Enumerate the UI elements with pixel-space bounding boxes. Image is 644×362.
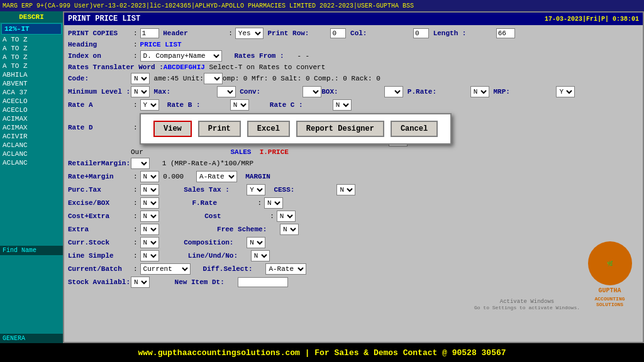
select-t-text: Select-T on Rates to convert [209, 63, 325, 71]
logo-company: GUPTHA [598, 287, 621, 294]
sidebar-item-0[interactable]: A TO Z [0, 35, 63, 44]
dialog-body: PRINT COPIES : Header : YesNo Print Row:… [64, 25, 643, 342]
prate-label: P.Rate: [408, 88, 470, 96]
sidebar-item-4[interactable]: ABHILA [0, 70, 63, 79]
excel-button[interactable]: Excel [247, 121, 290, 137]
rate-abc-row: Rate A : Y Rate B : N Rate C : N [68, 99, 639, 111]
max-select[interactable] [217, 86, 236, 97]
code-select[interactable]: NY [131, 73, 150, 84]
heading-label: Heading [68, 41, 131, 48]
dialog-title-bar: PRINT PRICE LIST 17-03-2023|Fri|P| 0:38:… [64, 13, 643, 25]
new-item-dt-label: New Item Dt: [175, 278, 238, 286]
unit-select[interactable] [204, 73, 223, 84]
sidebar-item-11[interactable]: ACIVIR [0, 132, 63, 141]
cess-select[interactable]: N [336, 184, 355, 195]
conv-select[interactable] [303, 86, 321, 97]
sidebar-item-5[interactable]: ABVENT [0, 79, 63, 88]
dialog-title-text: PRINT PRICE LIST [68, 14, 140, 23]
diff-select-select[interactable]: A-Rate [265, 263, 306, 275]
heading-value: PRICE LIST [140, 41, 182, 48]
print-copies-input[interactable] [140, 28, 159, 38]
sidebar-item-12[interactable]: ACLANC [0, 141, 63, 150]
main-container: DESCRI 12%-IT A TO Z A TO Z A TO Z A TO … [0, 11, 644, 343]
sidebar-item-9[interactable]: ACIMAX [0, 114, 63, 123]
title-bar: MARG ERP 9+(CA-999 User)ver-13-02-2023|l… [0, 0, 644, 11]
sidebar-item-10[interactable]: ACIMAX [0, 123, 63, 132]
header-label: Header [163, 30, 226, 37]
curr-stock-label: Curr.Stock [68, 239, 131, 246]
purc-tax-select[interactable]: N [140, 184, 159, 195]
header-select[interactable]: YesNo [235, 28, 264, 39]
new-item-dt-input[interactable] [238, 277, 288, 287]
mrp-label: MRP: [493, 88, 556, 96]
excise-select[interactable]: N [140, 197, 159, 209]
composition-select[interactable]: N [247, 237, 265, 248]
code-label: Code: [68, 75, 131, 82]
sidebar-item-2[interactable]: A TO Z [0, 53, 63, 62]
salt-label: Salt: 0 [280, 75, 309, 82]
diff-select-label: Diff.Select: [203, 265, 265, 273]
sidebar-item-7[interactable]: ACECLO [0, 97, 63, 106]
view-button[interactable]: View [153, 121, 192, 137]
sales-tax-select[interactable]: Y [247, 184, 265, 195]
print-row-input[interactable] [330, 28, 346, 38]
sidebar-item-8[interactable]: ACECLO [0, 106, 63, 114]
cancel-button[interactable]: Cancel [391, 121, 438, 137]
rate-c-select[interactable]: N [333, 99, 352, 111]
footer: www.gupthaaccountingsolutions.com | For … [0, 343, 644, 362]
extra-select[interactable]: N [140, 224, 159, 235]
index-on-select[interactable]: D. Company+Name [140, 50, 222, 62]
rates-translator-label: Rates Translater Word : [68, 63, 164, 71]
print-price-list-dialog: PRINT PRICE LIST 17-03-2023|Fri|P| 0:38:… [63, 11, 644, 343]
line-und-select[interactable]: N [251, 250, 270, 261]
line-simple-select[interactable]: N [140, 250, 159, 261]
sales-iprice-row: Our SALES I.PRICE [68, 148, 639, 156]
rates-from-label: Rates From : [234, 52, 297, 60]
frate-select[interactable]: N [264, 197, 283, 209]
rate-b-select[interactable]: N [230, 99, 249, 111]
col-label: Col: [350, 30, 413, 37]
a-rate-select[interactable]: A-Rate [196, 171, 237, 182]
extra-row: Extra : N Free Scheme: N [68, 224, 639, 235]
sidebar-item-6[interactable]: ACA 37 [0, 88, 63, 97]
rate-c-label: Rate C : [270, 101, 333, 109]
name-label: ame:45 [154, 75, 179, 82]
rate-margin-select[interactable]: N [140, 171, 159, 182]
rate-d-label: Rate D [68, 124, 131, 131]
sidebar-item-1[interactable]: A TO Z [0, 44, 63, 53]
sidebar-genera: GENERA [0, 334, 63, 343]
length-input[interactable] [496, 28, 515, 38]
prate-select[interactable]: N [470, 86, 489, 97]
mfr-label: Mfr: 0 [252, 75, 277, 82]
cost-extra-select[interactable]: N [140, 211, 159, 222]
rate-a-select[interactable]: Y [140, 99, 159, 111]
cost-select[interactable]: N [277, 211, 296, 222]
sidebar-item-14[interactable]: ACLANC [0, 158, 63, 167]
sales-tax-label: Sales Tax : [184, 186, 247, 194]
excise-row: Excise/BOX : N F.Rate : N [68, 197, 639, 209]
box-select[interactable] [384, 86, 403, 97]
retailer-margin-select[interactable] [131, 158, 150, 169]
rate-a-label: Rate A [68, 101, 131, 109]
box-label: BOX: [321, 88, 384, 96]
sidebar-item-3[interactable]: A TO Z [0, 62, 63, 70]
current-batch-select[interactable]: Current [140, 263, 191, 275]
rates-translator-value: ABCDEFGHIJ [164, 63, 205, 71]
rates-translator-row: Rates Translater Word : ABCDEFGHIJ Selec… [68, 63, 639, 71]
mrp-select[interactable]: Y [556, 86, 575, 97]
min-level-select[interactable]: N [131, 86, 150, 97]
stock-availabl-select[interactable]: N [131, 277, 150, 288]
sales-label-5: SALES [230, 148, 251, 156]
report-designer-button[interactable]: Report Designer [296, 121, 384, 137]
heading-row: Heading : PRICE LIST [68, 41, 639, 48]
min-level-row: Minimum Level : N Max: Conv: BOX: P.Rate… [68, 86, 639, 97]
min-level-label: Minimum Level : [68, 88, 131, 96]
print-button[interactable]: Print [198, 121, 241, 137]
curr-stock-select[interactable]: N [140, 237, 159, 248]
col-input[interactable] [413, 28, 429, 38]
free-scheme-select[interactable]: N [280, 224, 299, 235]
sidebar-item-13[interactable]: ACLANC [0, 150, 63, 158]
windows-notice: Activate Windows Go to Settings to activ… [474, 299, 580, 310]
length-label: Length : [433, 30, 496, 37]
composition-label: Composition: [184, 239, 247, 246]
